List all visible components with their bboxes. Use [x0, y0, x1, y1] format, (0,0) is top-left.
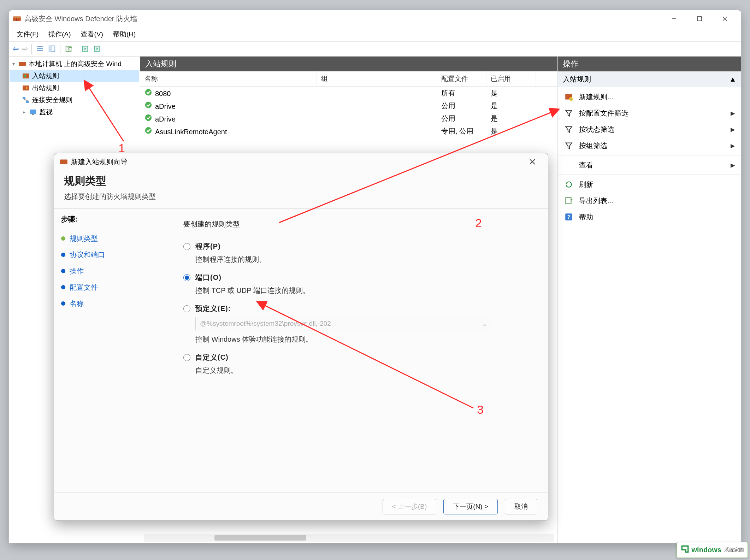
- step-action[interactable]: 操作: [61, 263, 160, 279]
- col-group[interactable]: 组: [317, 71, 437, 86]
- svg-point-28: [145, 101, 152, 108]
- svg-rect-18: [19, 62, 26, 66]
- firewall-icon: [12, 14, 22, 23]
- radio-port-input[interactable]: [183, 274, 190, 281]
- funnel-icon: [564, 141, 573, 150]
- chevron-down-icon: ⌄: [482, 320, 488, 328]
- toolbar-button-3[interactable]: [63, 43, 75, 55]
- menu-action[interactable]: 操作(A): [45, 28, 74, 40]
- watermark-brand: windows: [692, 546, 721, 554]
- annotation-arrow-2: [276, 106, 565, 226]
- action-refresh[interactable]: 刷新: [558, 176, 741, 193]
- action-new-rule[interactable]: 新建规则...: [558, 89, 741, 105]
- annotation-1: 1: [118, 141, 125, 155]
- monitoring-icon: [29, 108, 37, 116]
- radio-predefined-input[interactable]: [183, 305, 190, 312]
- chevron-right-icon: ▶: [731, 126, 735, 133]
- toolbar-button-1[interactable]: [34, 43, 46, 55]
- tree-item-label: 出站规则: [32, 83, 59, 93]
- back-button: < 上一步(B): [383, 499, 437, 514]
- svg-rect-2: [16, 18, 17, 21]
- allow-icon: [144, 88, 152, 96]
- action-export[interactable]: 导出列表...: [558, 193, 741, 209]
- actions-list: 新建规则... 按配置文件筛选 ▶ 按状态筛选 ▶ 按组筛选 ▶: [558, 87, 741, 226]
- titlebar: 高级安全 Windows Defender 防火墙: [9, 10, 741, 27]
- nav-back-icon[interactable]: ⇦: [11, 44, 20, 53]
- wizard-title: 新建入站规则向导: [71, 157, 128, 167]
- outbound-rules-icon: [22, 84, 30, 92]
- annotation-2: 2: [475, 216, 482, 230]
- step-rule-type[interactable]: 规则类型: [61, 230, 160, 247]
- svg-point-27: [145, 89, 152, 95]
- window-title: 高级安全 Windows Defender 防火墙: [24, 14, 137, 24]
- tree-toggle-icon[interactable]: ▾: [11, 61, 16, 67]
- col-profile[interactable]: 配置文件: [437, 71, 486, 86]
- step-profile[interactable]: 配置文件: [61, 279, 160, 295]
- annotation-3: 3: [477, 403, 484, 417]
- svg-rect-34: [566, 198, 571, 204]
- action-view[interactable]: 查看 ▶: [558, 157, 741, 173]
- toolbar: ⇦ ⇨: [9, 41, 741, 56]
- maximize-button[interactable]: [687, 11, 712, 26]
- nav-forward-icon: ⇨: [20, 44, 29, 53]
- watermark-logo-icon: [680, 544, 690, 555]
- svg-line-42: [279, 110, 558, 223]
- collapse-icon[interactable]: ▲: [729, 75, 736, 83]
- svg-point-29: [145, 114, 152, 120]
- radio-program-input[interactable]: [183, 243, 190, 250]
- action-filter-profile[interactable]: 按配置文件筛选 ▶: [558, 105, 741, 121]
- actions-pane: 操作 入站规则 ▲ 新建规则... 按配置文件筛选 ▶ 按状态筛选 ▶: [557, 57, 741, 543]
- col-name[interactable]: 名称: [140, 71, 317, 86]
- tree-root[interactable]: ▾ 本地计算机 上的高级安全 Wind: [10, 58, 139, 70]
- svg-line-41: [85, 81, 124, 141]
- step-protocol-ports[interactable]: 协议和端口: [61, 247, 160, 263]
- chevron-right-icon: ▶: [731, 142, 735, 149]
- toolbar-button-2[interactable]: [46, 43, 58, 55]
- scrollbar-thumb[interactable]: [214, 535, 306, 541]
- action-filter-group[interactable]: 按组筛选 ▶: [558, 137, 741, 154]
- svg-rect-38: [60, 160, 67, 164]
- export-icon: [564, 196, 573, 205]
- firewall-icon: [18, 60, 26, 68]
- col-enabled[interactable]: 已启用: [486, 71, 536, 86]
- svg-rect-1: [13, 17, 21, 18]
- menubar: 文件(F) 操作(A) 查看(V) 帮助(H): [9, 27, 741, 41]
- svg-rect-23: [23, 97, 25, 99]
- step-name[interactable]: 名称: [61, 295, 160, 312]
- inbound-rules-icon: [22, 72, 30, 80]
- wizard-steps: 步骤: 规则类型 协议和端口 操作 配置文件 名称: [54, 209, 167, 492]
- tree-toggle-icon[interactable]: ▸: [22, 109, 26, 115]
- minimize-button[interactable]: [661, 11, 687, 26]
- menu-file[interactable]: 文件(F): [13, 28, 42, 40]
- watermark: windows系统家园: [677, 542, 748, 558]
- rule-row[interactable]: 8080 所有 是: [140, 87, 557, 99]
- horizontal-scrollbar[interactable]: [144, 534, 554, 542]
- next-button[interactable]: 下一页(N) >: [443, 499, 498, 514]
- radio-program[interactable]: 程序(P): [183, 242, 532, 251]
- funnel-icon: [564, 108, 573, 118]
- allow-icon: [144, 114, 152, 122]
- action-help[interactable]: ? 帮助: [558, 209, 741, 225]
- toolbar-button-4[interactable]: [79, 43, 91, 55]
- svg-rect-26: [32, 114, 34, 115]
- chevron-right-icon: ▶: [731, 162, 735, 169]
- steps-label: 步骤:: [61, 214, 160, 224]
- menu-help[interactable]: 帮助(H): [110, 28, 139, 40]
- new-rule-icon: [564, 92, 573, 101]
- close-button[interactable]: [712, 11, 738, 26]
- help-icon: ?: [564, 212, 573, 222]
- radio-custom-input[interactable]: [183, 354, 190, 361]
- chevron-right-icon: ▶: [731, 110, 735, 117]
- funnel-icon: [564, 125, 573, 134]
- tree-root-label: 本地计算机 上的高级安全 Wind: [29, 59, 122, 69]
- menu-view[interactable]: 查看(V): [77, 28, 107, 40]
- cancel-button[interactable]: 取消: [505, 499, 537, 514]
- action-filter-state[interactable]: 按状态筛选 ▶: [558, 121, 741, 137]
- watermark-sub: 系统家园: [724, 547, 744, 553]
- svg-point-30: [145, 127, 152, 133]
- firewall-icon: [59, 157, 68, 166]
- svg-rect-25: [30, 110, 36, 114]
- toolbar-button-5[interactable]: [91, 43, 103, 55]
- radio-port[interactable]: 端口(O): [183, 273, 532, 282]
- svg-rect-8: [37, 48, 43, 49]
